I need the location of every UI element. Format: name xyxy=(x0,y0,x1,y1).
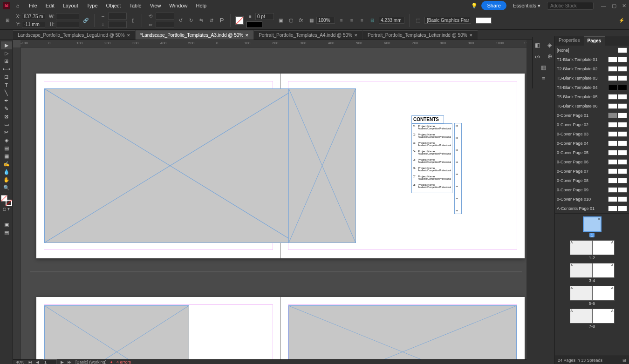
maximize-icon[interactable]: ▢ xyxy=(612,3,616,9)
preflight-profile[interactable]: [Basic] (working) xyxy=(75,360,107,364)
zoom-level[interactable]: 40% xyxy=(16,360,24,364)
w-input[interactable] xyxy=(56,13,79,20)
rotate-cw-icon[interactable]: ↻ xyxy=(187,17,195,24)
scale-x-input[interactable] xyxy=(108,13,127,20)
rotate-input[interactable] xyxy=(156,13,174,20)
minimize-icon[interactable]: — xyxy=(601,3,606,9)
flip-h-icon[interactable]: ⇋ xyxy=(198,17,205,24)
stroke-style-swatch[interactable] xyxy=(246,21,262,28)
fill-stroke-swatch[interactable] xyxy=(1,195,12,206)
flip-v-icon[interactable]: ⇵ xyxy=(208,17,215,24)
pen-tool[interactable]: ✒ xyxy=(1,97,12,105)
screen-mode-icon[interactable]: ▣ xyxy=(1,221,12,229)
pasteboard[interactable]: CONTENTS 01Project NameAcademic/Competit… xyxy=(21,47,526,359)
page-spread-thumb[interactable]: AA1-2 xyxy=(570,240,615,260)
paper-swatch[interactable] xyxy=(476,17,492,24)
master-page-item[interactable]: [None] xyxy=(555,46,629,55)
opacity-input[interactable] xyxy=(316,17,335,24)
text-wrap-icon[interactable]: ⬚ xyxy=(414,17,422,24)
horizontal-ruler[interactable]: -100010020030040050001002003004005006007… xyxy=(21,40,526,47)
master-page-item[interactable]: T6-Blank Template 06 xyxy=(555,101,629,111)
shear-input[interactable] xyxy=(156,21,174,28)
scissors-tool[interactable]: ✂ xyxy=(1,128,12,136)
scale-y-input[interactable] xyxy=(108,21,127,28)
master-page-item[interactable]: 0-Cover Page 08 xyxy=(555,176,629,185)
zoom-tool[interactable]: 🔍 xyxy=(1,184,12,192)
page-number-input[interactable] xyxy=(43,359,57,364)
format-container-icon[interactable]: ▢ T xyxy=(1,206,12,212)
menu-view[interactable]: View xyxy=(146,1,165,10)
menu-layout[interactable]: Layout xyxy=(59,1,82,10)
image-frame[interactable] xyxy=(288,88,356,243)
line-tool[interactable]: ╲ xyxy=(1,89,12,97)
image-frame[interactable] xyxy=(44,305,189,359)
page-nav-next-icon[interactable]: ▶ xyxy=(61,360,64,364)
stock-search-input[interactable] xyxy=(547,2,594,10)
master-page-item[interactable]: T2-Blank Template 02 xyxy=(555,64,629,74)
doc-tab[interactable]: Portrait_Portfolio_Templates_A4.indd @ 5… xyxy=(254,30,362,40)
close-icon[interactable]: ✕ xyxy=(622,3,626,9)
eyedropper-tool[interactable]: 💧 xyxy=(1,168,12,176)
links-icon[interactable]: ᔕ xyxy=(533,52,543,61)
h-input[interactable] xyxy=(56,21,79,28)
gradient-swatch-tool[interactable]: ▤ xyxy=(1,144,12,152)
reference-point-icon[interactable]: ⊞ xyxy=(4,17,11,24)
menu-help[interactable]: Help xyxy=(192,1,210,10)
master-page-item[interactable]: T1-Blank Template 01 xyxy=(555,55,629,64)
align-right-icon[interactable]: ≡ xyxy=(358,17,366,24)
stroke-icon[interactable]: ≡ xyxy=(539,74,549,83)
doc-tab[interactable]: *Landscape_Portfolio_Templates_A3.indd @… xyxy=(136,30,253,40)
canvas[interactable]: -100010020030040050001002003004005006007… xyxy=(13,40,526,359)
layers-icon[interactable]: ◈ xyxy=(545,41,555,49)
constrain-icon[interactable]: 🔗 xyxy=(82,17,89,24)
content-collector-tool[interactable]: ⊡ xyxy=(1,73,12,81)
fill-swatch[interactable] xyxy=(235,16,244,25)
free-transform-tool[interactable]: ◈ xyxy=(1,136,12,144)
hand-tool[interactable]: ✋ xyxy=(1,176,12,184)
tab-close-icon[interactable]: ✕ xyxy=(127,33,130,38)
align-center-icon[interactable]: ≡ xyxy=(348,17,356,24)
page-spread-thumb[interactable]: AA5-6 xyxy=(570,286,615,306)
master-page-item[interactable]: 0-Cover Page 05 xyxy=(555,148,629,157)
fit-content-icon[interactable]: ▣ xyxy=(277,17,284,24)
image-frame[interactable] xyxy=(44,88,296,243)
tab-close-icon[interactable]: ✕ xyxy=(469,33,473,38)
contents-title[interactable]: CONTENTS xyxy=(411,115,444,123)
share-button[interactable]: Share xyxy=(481,1,506,10)
image-frame[interactable] xyxy=(288,305,517,359)
contents-text-frame[interactable]: CONTENTS 01Project NameAcademic/Competit… xyxy=(411,115,452,193)
page-nav-first-icon[interactable]: ⏮ xyxy=(28,360,32,364)
page-spread-thumb[interactable]: AA3-4 xyxy=(570,263,615,283)
x-input[interactable] xyxy=(22,13,45,20)
page-spread-thumb[interactable]: AA7-8 xyxy=(570,309,615,329)
tab-close-icon[interactable]: ✕ xyxy=(354,33,358,38)
stroke-weight-input[interactable] xyxy=(255,13,274,20)
type-tool[interactable]: T xyxy=(1,81,12,89)
y-input[interactable] xyxy=(22,21,45,28)
spread[interactable]: CONTENTS 01Project NameAcademic/Competit… xyxy=(36,74,525,258)
home-icon[interactable]: ⌂ xyxy=(13,3,22,8)
page-spread-thumb[interactable]: 01 xyxy=(583,216,602,237)
swatches-icon[interactable]: ⊕ xyxy=(545,52,555,61)
master-page-item[interactable]: 0-Cover Page 09 xyxy=(555,185,629,195)
master-page-item[interactable]: 0-Cover Page 06 xyxy=(555,157,629,167)
align-left-icon[interactable]: ≡ xyxy=(338,17,345,24)
fx-icon[interactable]: fx xyxy=(297,17,305,24)
note-tool[interactable]: ✍ xyxy=(1,160,12,168)
bolt-icon[interactable]: ⚡ xyxy=(618,17,625,24)
contents-pages[interactable]: xxxxxxxxxxxxxxxx xyxy=(454,123,462,214)
master-page-item[interactable]: 0-Cover Page 010 xyxy=(555,195,629,204)
page-nav-last-icon[interactable]: ⏭ xyxy=(68,360,72,364)
workspace-switcher[interactable]: Essentials ▾ xyxy=(510,1,543,11)
fit-frame-icon[interactable]: ▢ xyxy=(287,17,294,24)
page-tool[interactable]: ⊞ xyxy=(1,57,12,65)
master-page-item[interactable]: A-Contents Page 01 xyxy=(555,204,629,213)
kern-input[interactable] xyxy=(379,17,404,24)
master-page-item[interactable]: T3-Blank Template 03 xyxy=(555,74,629,83)
master-page-item[interactable]: 0-Cover Page 07 xyxy=(555,167,629,176)
direct-selection-tool[interactable]: ▷ xyxy=(1,49,12,57)
pencil-tool[interactable]: ✎ xyxy=(1,105,12,113)
contents-entries[interactable]: 01Project NameAcademic/Competition/Profe… xyxy=(411,123,452,193)
rotate-ccw-icon[interactable]: ↺ xyxy=(177,17,185,24)
transform-ref-icon[interactable]: P xyxy=(218,17,226,24)
